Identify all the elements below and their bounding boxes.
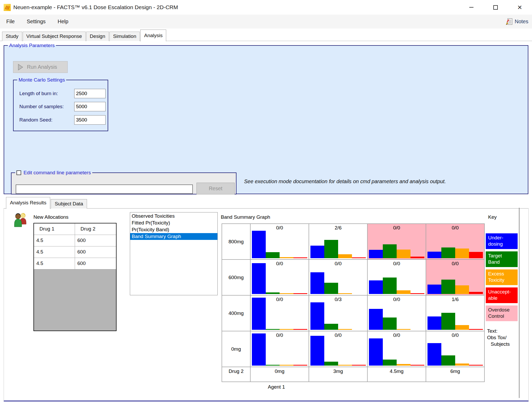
bar-excess-toxicity xyxy=(455,325,469,330)
notes-icon xyxy=(505,18,513,26)
menu-settings[interactable]: Settings xyxy=(26,19,47,25)
tab-virtual-subject-response[interactable]: Virtual Subject Response xyxy=(23,32,86,41)
col-label-4-5mg: 4.5mg xyxy=(368,367,426,382)
band-cell-800mg-4-5mg: 0/0 xyxy=(368,224,426,259)
bar-excess-toxicity xyxy=(455,285,469,294)
key-target-band: TargetBand xyxy=(486,251,518,267)
menu-help[interactable]: Help xyxy=(57,19,70,25)
bar-target-band xyxy=(324,324,338,330)
bar-excess-toxicity xyxy=(280,257,293,258)
samples-field[interactable] xyxy=(74,102,106,111)
bar-excess-toxicity xyxy=(397,290,410,294)
maximize-icon xyxy=(493,5,498,10)
table-row: 4.5600 xyxy=(34,258,116,269)
bar-under-dosing xyxy=(369,338,383,366)
app-icon xyxy=(4,4,11,11)
bar-unacceptable xyxy=(352,257,366,258)
key-title: Key xyxy=(488,214,497,220)
edit-cmd-checkbox[interactable] xyxy=(16,170,21,175)
monte-carlo-legend: Monte Carlo Settings xyxy=(17,77,66,83)
tab-simulation[interactable]: Simulation xyxy=(109,32,140,41)
play-icon xyxy=(17,64,24,71)
band-bars xyxy=(252,332,307,366)
menu-file[interactable]: File xyxy=(5,19,16,25)
band-cell-600mg-6mg: 0/0 xyxy=(426,260,484,295)
close-button[interactable]: × xyxy=(514,3,525,12)
band-bars xyxy=(427,225,483,258)
monte-carlo-group: Monte Carlo Settings Length of burn in: … xyxy=(13,77,108,131)
band-bars xyxy=(427,261,483,294)
column-header-drug-1: Drug 1 xyxy=(34,223,75,235)
bar-excess-toxicity xyxy=(397,329,410,330)
bar-target-band xyxy=(383,318,397,330)
bar-under-dosing xyxy=(310,246,324,258)
cmd-documentation-note: See execution mode documentation for det… xyxy=(244,178,446,184)
bar-excess-toxicity xyxy=(338,254,352,258)
x-axis-label: Agent 1 xyxy=(268,384,285,390)
bar-excess-toxicity xyxy=(397,364,410,366)
random-seed-field[interactable] xyxy=(74,115,106,125)
run-analysis-button[interactable]: Run Analysis xyxy=(13,61,68,73)
allocation-cell-0-1[interactable]: 600 xyxy=(75,235,116,246)
tab-analysis-results[interactable]: Analysis Results xyxy=(6,197,50,209)
tab-study[interactable]: Study xyxy=(2,32,22,41)
list-item-pr-toxicity-band[interactable]: Pr(Toxicity Band) xyxy=(130,226,217,233)
run-analysis-label: Run Analysis xyxy=(27,64,57,70)
minimize-icon xyxy=(469,7,473,8)
bar-under-dosing xyxy=(369,309,383,330)
tab-design[interactable]: Design xyxy=(86,32,109,41)
table-row: 4.5600 xyxy=(34,235,116,246)
allocation-cell-0-0[interactable]: 4.5 xyxy=(34,235,75,246)
row-label-800mg: 800mg xyxy=(222,224,250,259)
cmd-parameters-input[interactable] xyxy=(16,184,193,194)
bar-unacceptable xyxy=(293,365,307,366)
key-under-dosing: Under-dosing xyxy=(486,233,518,249)
band-bars xyxy=(427,332,483,366)
bar-under-dosing xyxy=(310,302,324,330)
random-seed-label: Random Seed: xyxy=(19,115,53,125)
table-row: 4.5600 xyxy=(34,246,116,258)
bar-excess-toxicity xyxy=(338,293,352,294)
col-label-0mg: 0mg xyxy=(251,367,309,382)
minimize-button[interactable] xyxy=(466,3,477,12)
bar-under-dosing xyxy=(310,272,324,294)
list-item-fitted-pr-toxicity[interactable]: Fitted Pr(Toxicity) xyxy=(130,220,217,226)
band-bars xyxy=(252,225,307,258)
bar-unacceptable xyxy=(293,329,307,330)
allocation-cell-2-0[interactable]: 4.5 xyxy=(34,258,75,269)
col-label-6mg: 6mg xyxy=(426,367,484,382)
band-bars xyxy=(310,261,366,294)
band-bars xyxy=(252,297,307,330)
allocation-cell-2-1[interactable]: 600 xyxy=(75,258,116,269)
results-tabstrip: Analysis ResultsSubject Data xyxy=(6,197,88,209)
tab-subject-data[interactable]: Subject Data xyxy=(51,199,87,209)
bar-under-dosing xyxy=(310,336,324,366)
bar-target-band xyxy=(383,360,397,366)
band-bars xyxy=(369,297,424,330)
list-item-band-summary-graph[interactable]: Band Summary Graph xyxy=(130,233,217,240)
vertical-divider xyxy=(519,208,519,398)
allocation-cell-1-1[interactable]: 600 xyxy=(75,246,116,258)
row-axis-label: Drug 2 xyxy=(222,367,250,382)
band-bars xyxy=(310,297,366,330)
reset-button[interactable]: Reset xyxy=(196,183,235,194)
tab-analysis[interactable]: Analysis xyxy=(140,30,166,41)
list-item-observed-toxicities[interactable]: Observed Toxicities xyxy=(130,213,217,220)
allocation-cell-1-0[interactable]: 4.5 xyxy=(34,246,75,258)
bar-under-dosing xyxy=(427,285,441,294)
band-cell-800mg-0mg: 0/0 xyxy=(251,224,309,259)
bar-under-dosing xyxy=(252,333,266,366)
result-view-listbox: Observed ToxicitiesFitted Pr(Toxicity)Pr… xyxy=(130,212,218,295)
bar-under-dosing xyxy=(369,250,383,258)
main-tabstrip: StudyVirtual Subject ResponseDesignSimul… xyxy=(2,29,167,41)
maximize-button[interactable] xyxy=(490,3,501,12)
band-cell-0mg-0mg: 0/0 xyxy=(251,331,309,367)
band-cell-0mg-3mg: 0/0 xyxy=(309,331,367,367)
bar-under-dosing xyxy=(427,316,441,330)
bar-unacceptable xyxy=(469,365,483,366)
burn-in-field[interactable] xyxy=(74,89,106,98)
notes-button[interactable]: Notes xyxy=(505,15,528,28)
key-unacceptable: Unaccept-able xyxy=(486,287,518,303)
bar-target-band xyxy=(266,292,280,294)
application-window: Neuen-example - FACTS™ v6.1 Dose Escalat… xyxy=(0,0,532,404)
